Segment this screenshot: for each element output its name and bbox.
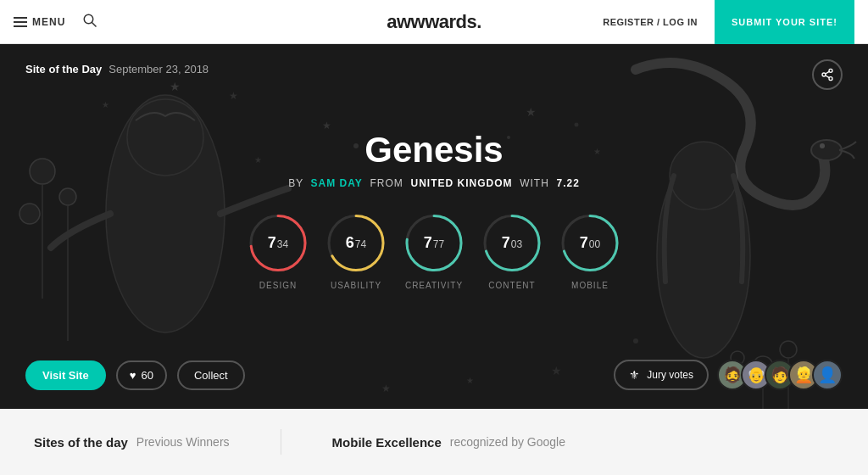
visit-site-button[interactable]: Visit Site [25,360,106,390]
site-of-day-label: Site of the Day [25,63,102,75]
menu-button[interactable]: MENU [14,16,65,28]
header-left: MENU [14,13,97,31]
svg-point-4 [30,159,55,184]
svg-line-36 [826,75,830,78]
laurel-icon: ⚜ [629,368,640,382]
mobile-excellence-section: Mobile Excellence recognized by Google [332,435,565,450]
svg-point-12 [657,154,750,358]
like-count: 60 [141,369,153,382]
svg-point-32 [633,338,638,344]
svg-point-15 [820,143,825,148]
hamburger-icon [14,17,27,27]
svg-point-0 [85,14,94,24]
score-item-usability: 674 USABILITY [326,213,387,290]
site-meta: BY SAM DAY FROM UNITED KINGDOM WITH 7.22 [248,177,620,189]
score-circle-content: 703 [481,213,542,274]
meta-with: WITH [520,177,549,189]
register-login-button[interactable]: REGISTER / LOG IN [586,17,715,27]
header-right: REGISTER / LOG IN SUBMIT YOUR SITE! [586,0,854,44]
score-item-content: 703 CONTENT [481,213,542,290]
meta-author[interactable]: SAM DAY [311,177,363,189]
submit-site-button[interactable]: SUBMIT YOUR SITE! [715,0,854,44]
score-number-creativity: 777 [424,234,444,252]
scores-container: 734 DESIGN 674 USABILITY [248,213,620,290]
score-number-usability: 674 [346,234,366,252]
meta-score: 7.22 [557,177,580,189]
svg-point-14 [811,140,842,160]
score-value: 7 [268,234,276,252]
hero-bottom: Visit Site ♥ 60 Collect ⚜ Jury votes 🧔👴🧑… [25,360,843,390]
score-item-mobile: 700 MOBILE [559,213,620,290]
score-label-content: CONTENT [488,281,535,290]
like-button[interactable]: ♥ 60 [116,360,167,390]
heart-icon: ♥ [130,369,136,382]
svg-point-2 [106,95,225,332]
score-value: 6 [346,234,354,252]
hero-actions-right: ⚜ Jury votes 🧔👴🧑👱👤 [614,360,843,390]
score-item-creativity: 777 CREATIVITY [403,213,465,290]
meta-from: FROM [370,177,403,189]
footer-divider [281,429,281,455]
collect-button[interactable]: Collect [177,360,245,390]
jury-votes-button[interactable]: ⚜ Jury votes [614,360,709,390]
header: MENU awwwards. REGISTER / LOG IN SUBMIT … [0,0,868,44]
svg-point-17 [780,341,797,358]
svg-point-30 [575,123,579,127]
meta-by: BY [288,177,303,189]
hero-actions-left: Visit Site ♥ 60 Collect [25,360,245,390]
score-number-mobile: 700 [580,234,600,252]
hero-content: Genesis BY SAM DAY FROM UNITED KINGDOM W… [248,130,620,290]
score-decimal: 77 [433,238,444,250]
jury-avatar: 👤 [812,360,843,390]
share-button[interactable] [812,59,843,90]
search-icon[interactable] [82,13,97,31]
svg-text:★: ★ [170,80,181,93]
score-number-content: 703 [502,234,522,252]
footer-bar: Sites of the day Previous Winners Mobile… [0,409,868,475]
score-circle-creativity: 777 [403,213,465,274]
sites-of-day-label: Sites of the day [34,435,128,450]
site-title: Genesis [248,130,620,170]
score-label-usability: USABILITY [331,281,381,290]
site-logo[interactable]: awwwards. [387,11,481,33]
svg-line-1 [92,22,97,26]
svg-point-13 [670,142,737,210]
jury-votes-label: Jury votes [647,369,693,381]
score-circle-usability: 674 [326,213,387,274]
svg-text:★: ★ [229,90,238,102]
sites-of-day-sub: Previous Winners [136,435,230,449]
mobile-excellence-label: Mobile Excellence [332,435,442,450]
score-label-mobile: MOBILE [571,281,609,290]
svg-point-33 [829,69,832,72]
score-decimal: 03 [511,238,522,250]
site-of-day-date: September 23, 2018 [108,63,209,75]
svg-line-37 [826,71,830,74]
score-label-design: DESIGN [259,281,297,290]
score-circle-mobile: 700 [559,213,620,274]
svg-point-3 [127,99,203,176]
score-value: 7 [424,234,432,252]
score-decimal: 74 [355,238,366,250]
meta-country: UNITED KINGDOM [411,177,513,189]
mobile-excellence-sub: recognized by Google [450,435,565,449]
svg-point-5 [59,188,76,205]
menu-label: MENU [32,16,65,28]
sites-of-day-section: Sites of the day Previous Winners [34,435,230,450]
svg-point-6 [19,204,40,224]
svg-text:★: ★ [526,105,537,119]
jury-avatars: 🧔👴🧑👱👤 [717,360,843,390]
score-decimal: 34 [277,238,288,250]
score-circle-design: 734 [248,213,309,274]
score-value: 7 [580,234,588,252]
score-item-design: 734 DESIGN [248,213,309,290]
score-value: 7 [502,234,510,252]
svg-point-35 [829,77,832,81]
svg-point-34 [822,73,826,76]
score-label-creativity: CREATIVITY [405,281,463,290]
hero-section: ★ ★ ★ ★ ★ [0,44,868,409]
svg-text:★: ★ [102,100,109,109]
score-number-design: 734 [268,234,288,252]
score-decimal: 00 [589,238,600,250]
site-of-day: Site of the Day September 23, 2018 [25,63,209,75]
